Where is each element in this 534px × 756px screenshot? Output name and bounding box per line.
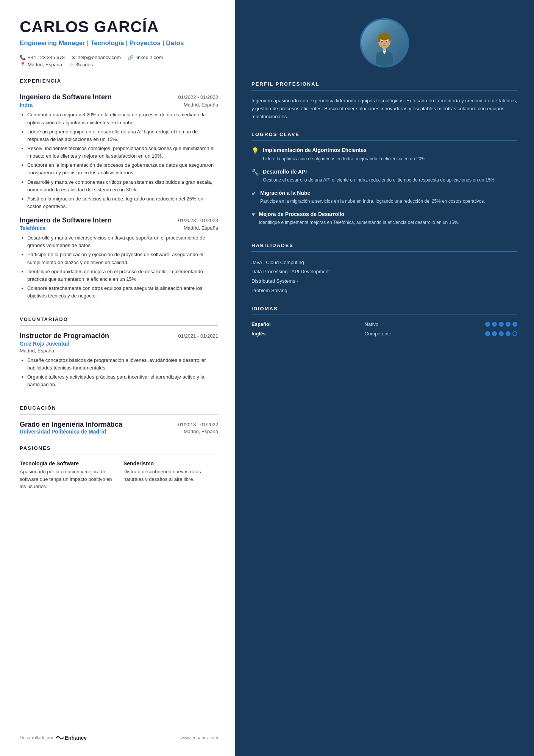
avatar-person-svg (369, 32, 400, 66)
exp-company-1: Indra (20, 102, 33, 108)
habilidades-text: Java · Cloud Computing · Data Processing… (251, 258, 517, 296)
pasiones-divider (20, 454, 218, 455)
pasion-desc-0: Apasionado por la creación y mejora de s… (20, 468, 114, 490)
idiomas-divider (251, 315, 517, 315)
bullet-1-3: Colaboré en la implementación de proceso… (27, 161, 218, 177)
email-item: ✉ help@enhancv.com (72, 55, 121, 60)
bullet-1-1: Lideré un pequeño equipo en el desarroll… (27, 128, 218, 143)
svg-point-8 (384, 43, 385, 44)
avatar-wrapper (251, 18, 517, 67)
edu-sub-1: Universidad Politécnica de Madrid Madrid… (20, 429, 218, 435)
logro-desc-0: Lideré la optimización de algoritmos en … (263, 155, 426, 162)
voluntariado-divider (20, 325, 218, 326)
perfil-title: PERFIL PROFESIONAL (251, 81, 517, 87)
logros-section: LOGROS CLAVE 💡 Implementación de Algorit… (251, 131, 517, 232)
phone-text: +34 123 345 678 (28, 55, 65, 60)
pasion-title-1: Senderismo (123, 460, 218, 466)
vol-company-1: Cruz Roja Juventud (20, 341, 218, 347)
svg-point-6 (381, 41, 383, 42)
exp-bullets-2: Desarrollé y mantuve microservicios en J… (20, 234, 218, 300)
location-icon: 📍 (20, 62, 26, 67)
perfil-section: PERFIL PROFESIONAL Ingeniero apasionado … (251, 81, 517, 121)
avatar (360, 18, 409, 67)
dot-0-3 (506, 322, 511, 327)
resume-container: CARLOS GARCÍA Engineering Manager | Tecn… (0, 0, 534, 756)
bullet-2-1: Participé en la planificación y ejecució… (27, 251, 218, 266)
edu-school: Universidad Politécnica de Madrid (20, 429, 106, 435)
linkedin-text: linkedin.com (136, 55, 163, 60)
vol-title-1: Instructor de Programación (20, 332, 109, 340)
logro-content-2: Migración a la Nube Participe en la migr… (260, 189, 485, 205)
contact-row-2: 📍 Madrid, España ☆ 35 años (20, 62, 218, 67)
logro-item-3: ♥ Mejora de Procesos de Desarrollo Ident… (251, 211, 517, 226)
pasiones-title: PASIONES (20, 445, 218, 451)
dot-0-2 (499, 322, 504, 327)
edu-header-1: Grado en Ingeniería Informática 01/2018 … (20, 421, 218, 429)
exp-title-2: Ingeniero de Software Intern (20, 216, 112, 224)
vol-bullet-0: Enseñé conceptos básicos de programación… (27, 357, 218, 372)
experiencia-title: EXPERIENCIA (20, 78, 218, 84)
brand-name: Enhancv (65, 735, 87, 741)
phone-icon: 📞 (20, 55, 26, 60)
bullet-1-5: Asistí en la migración de servicios a la… (27, 195, 218, 210)
logo-icon (56, 735, 64, 741)
edu-degree: Grado en Ingeniería Informática (20, 421, 122, 429)
habilidad-line-3: Problem Solving (251, 288, 287, 293)
logro-title-3: Mejora de Procesos de Desarrollo (259, 211, 459, 218)
left-column: CARLOS GARCÍA Engineering Manager | Tecn… (0, 0, 235, 756)
footer-brand: Desarrollado por Enhancv (20, 735, 87, 741)
exp-date-2: 01/2023 - 01/2023 (178, 216, 218, 223)
dot-0-0 (485, 322, 490, 327)
pasiones-grid: Tecnología de Software Apasionado por la… (20, 460, 218, 490)
logro-title-0: Implementación de Algoritmos Eficientes (263, 147, 426, 153)
idioma-level-1: Competente (365, 331, 399, 337)
logro-icon-2: ✔ (251, 190, 256, 197)
habilidades-title: HABILIDADES (251, 243, 517, 248)
pasion-0: Tecnología de Software Apasionado por la… (20, 460, 114, 490)
dot-1-0 (485, 331, 490, 336)
logro-item-0: 💡 Implementación de Algoritmos Eficiente… (251, 147, 517, 162)
exp-date-1: 01/2022 - 01/2022 (178, 93, 218, 100)
exp-location-2: Madrid, España (184, 225, 218, 231)
habilidades-divider (251, 251, 517, 252)
dot-0-4 (512, 322, 517, 327)
exp-item-1: Ingeniero de Software Intern 01/2022 - 0… (20, 93, 218, 210)
educacion-section: EDUCACIÓN Grado en Ingeniería Informátic… (20, 405, 218, 435)
contact-row-1: 📞 +34 123 345 678 ✉ help@enhancv.com 🔗 l… (20, 55, 218, 60)
age-item: ☆ 35 años (69, 62, 93, 67)
idioma-name-0: Español (251, 321, 278, 327)
habilidad-line-0: Java · Cloud Computing · (251, 260, 307, 265)
voluntariado-title: VOLUNTARIADO (20, 316, 218, 322)
svg-point-1 (378, 33, 390, 40)
dot-1-1 (492, 331, 497, 336)
educacion-divider (20, 414, 218, 415)
avatar-placeholder (361, 20, 408, 66)
vol-header-1: Instructor de Programación 01/2021 - 01/… (20, 332, 218, 340)
phone-item: 📞 +34 123 345 678 (20, 55, 65, 60)
pasion-desc-1: Disfruto descubriendo nuevas rutas natur… (123, 468, 218, 483)
exp-company-row-1: Indra Madrid, España (20, 102, 218, 108)
logros-divider (251, 140, 517, 141)
perfil-divider (251, 90, 517, 91)
vol-bullets-1: Enseñé conceptos básicos de programación… (20, 357, 218, 389)
email-text: help@enhancv.com (78, 55, 121, 60)
logro-icon-0: 💡 (251, 147, 259, 154)
bullet-2-0: Desarrollé y mantuve microservicios en J… (27, 234, 218, 249)
candidate-name: CARLOS GARCÍA (20, 18, 218, 36)
logro-item-2: ✔ Migración a la Nube Participe en la mi… (251, 189, 517, 205)
pasiones-section: PASIONES Tecnología de Software Apasiona… (20, 445, 218, 490)
developed-by-text: Desarrollado por (20, 735, 53, 740)
exp-title-1: Ingeniero de Software Intern (20, 93, 112, 101)
vol-bullet-1: Organicé talleres y actividades práctica… (27, 373, 218, 388)
idioma-level-0: Nativo (365, 321, 399, 327)
exp-bullets-1: Contribuí a una mejora del 20% en la efi… (20, 111, 218, 210)
linkedin-icon: 🔗 (128, 55, 134, 60)
logro-desc-1: Gestione el desarrollo de una API eficie… (263, 177, 496, 183)
age-icon: ☆ (69, 62, 73, 67)
exp-item-2: Ingeniero de Software Intern 01/2023 - 0… (20, 216, 218, 300)
vol-item-1: Instructor de Programación 01/2021 - 01/… (20, 332, 218, 389)
logro-content-1: Desarrollo de API Gestione el desarrollo… (263, 168, 496, 183)
logro-desc-3: Identifiqué e implementé mejoras en Tele… (259, 219, 459, 226)
dot-1-3 (506, 331, 511, 336)
voluntariado-section: VOLUNTARIADO Instructor de Programación … (20, 316, 218, 394)
